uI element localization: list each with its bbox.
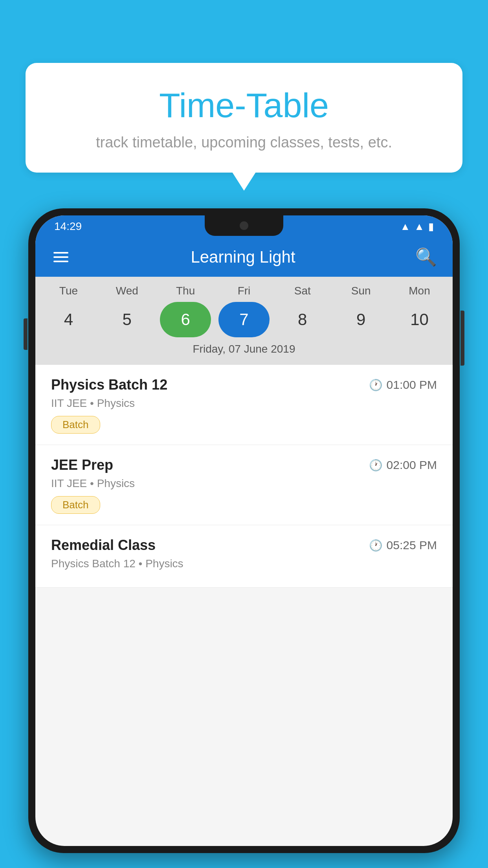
status-icons: ▲ ▲ ▮ (400, 221, 434, 233)
schedule-item-2-tag: Batch (51, 496, 100, 514)
schedule-item-1-header: Physics Batch 12 🕐 01:00 PM (51, 377, 437, 393)
schedule-item-1[interactable]: Physics Batch 12 🕐 01:00 PM IIT JEE • Ph… (35, 365, 453, 445)
phone-container: 14:29 ▲ ▲ ▮ Learning Light 🔍 (28, 208, 460, 868)
clock-icon-3: 🕐 (369, 539, 383, 552)
day-numbers: 4 5 6 7 8 9 10 (39, 302, 449, 337)
schedule-item-2-time: 🕐 02:00 PM (369, 458, 437, 472)
phone-frame: 14:29 ▲ ▲ ▮ Learning Light 🔍 (28, 208, 460, 853)
schedule-item-2-subtitle: IIT JEE • Physics (51, 477, 437, 490)
selected-date: Friday, 07 June 2019 (39, 343, 449, 361)
day-8[interactable]: 8 (277, 302, 328, 337)
camera-dot (240, 221, 248, 230)
schedule-list: Physics Batch 12 🕐 01:00 PM IIT JEE • Ph… (35, 365, 453, 588)
day-10[interactable]: 10 (394, 302, 445, 337)
battery-icon: ▮ (428, 221, 434, 233)
app-feature-subtitle: track timetable, upcoming classes, tests… (45, 134, 443, 151)
calendar-strip: Tue Wed Thu Fri Sat Sun Mon 4 5 6 7 8 9 … (35, 277, 453, 365)
day-label-fri: Fri (218, 285, 270, 297)
clock-icon-2: 🕐 (369, 459, 383, 472)
status-time: 14:29 (54, 220, 82, 233)
schedule-item-1-title: Physics Batch 12 (51, 377, 167, 393)
day-label-sun: Sun (336, 285, 387, 297)
app-feature-title: Time-Table (45, 86, 443, 125)
search-icon[interactable]: 🔍 (415, 247, 437, 267)
signal-icon: ▲ (414, 221, 424, 233)
day-6-today[interactable]: 6 (160, 302, 211, 337)
speech-bubble: Time-Table track timetable, upcoming cla… (26, 63, 462, 173)
day-4[interactable]: 4 (43, 302, 94, 337)
app-title: Learning Light (83, 248, 404, 267)
schedule-item-2-header: JEE Prep 🕐 02:00 PM (51, 457, 437, 473)
day-label-wed: Wed (101, 285, 152, 297)
clock-icon-1: 🕐 (369, 379, 383, 392)
schedule-item-3-time-value: 05:25 PM (387, 539, 437, 552)
schedule-item-1-time: 🕐 01:00 PM (369, 378, 437, 392)
day-5[interactable]: 5 (101, 302, 152, 337)
phone-screen: 14:29 ▲ ▲ ▮ Learning Light 🔍 (35, 215, 453, 846)
schedule-item-3-header: Remedial Class 🕐 05:25 PM (51, 537, 437, 554)
schedule-item-2-time-value: 02:00 PM (387, 458, 437, 472)
schedule-item-3-subtitle: Physics Batch 12 • Physics (51, 557, 437, 570)
schedule-item-2-title: JEE Prep (51, 457, 113, 473)
power-button (460, 311, 464, 366)
schedule-item-3-title: Remedial Class (51, 537, 156, 554)
day-label-tue: Tue (43, 285, 94, 297)
volume-button (24, 318, 28, 350)
wifi-icon: ▲ (400, 221, 411, 233)
schedule-item-1-tag: Batch (51, 416, 100, 434)
schedule-item-1-subtitle: IIT JEE • Physics (51, 397, 437, 410)
day-headers: Tue Wed Thu Fri Sat Sun Mon (39, 285, 449, 297)
day-7-selected[interactable]: 7 (218, 302, 270, 337)
menu-icon[interactable] (51, 250, 71, 265)
schedule-item-3[interactable]: Remedial Class 🕐 05:25 PM Physics Batch … (35, 525, 453, 588)
phone-notch (205, 215, 283, 236)
app-bar: Learning Light 🔍 (35, 237, 453, 277)
schedule-item-1-time-value: 01:00 PM (387, 378, 437, 392)
schedule-item-3-time: 🕐 05:25 PM (369, 539, 437, 552)
day-label-sat: Sat (277, 285, 328, 297)
schedule-item-2[interactable]: JEE Prep 🕐 02:00 PM IIT JEE • Physics Ba… (35, 445, 453, 525)
day-label-mon: Mon (394, 285, 445, 297)
day-label-thu: Thu (160, 285, 211, 297)
day-9[interactable]: 9 (336, 302, 387, 337)
